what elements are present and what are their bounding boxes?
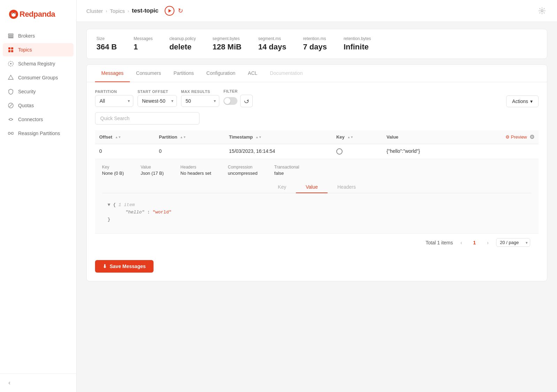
breadcrumb: Cluster › Topics › test-topic ↻ bbox=[86, 6, 183, 16]
cell-partition: 0 bbox=[155, 144, 225, 159]
filter-toggle[interactable] bbox=[223, 97, 237, 105]
logo: Redpanda bbox=[0, 0, 76, 29]
quick-search-wrapper bbox=[95, 112, 539, 125]
sidebar-item-brokers[interactable]: Brokers bbox=[3, 29, 73, 42]
json-comment: 1 item bbox=[118, 202, 135, 207]
stat-size-label: Size bbox=[96, 36, 117, 41]
stat-segment-bytes: segment.bytes 128 MiB bbox=[212, 36, 241, 52]
cell-timestamp: 15/03/2023, 16:14:54 bbox=[225, 144, 332, 159]
max-results-filter: MAX RESULTS 10 50 100 500 bbox=[181, 89, 219, 107]
per-page-wrapper: 10 / page 20 / page 50 / page 100 / page bbox=[496, 238, 530, 247]
meta-transactional-value: false bbox=[274, 171, 299, 176]
prev-page-button[interactable]: ‹ bbox=[456, 238, 466, 248]
refresh-icon[interactable]: ↻ bbox=[178, 7, 183, 15]
meta-key-label: Key bbox=[102, 165, 124, 170]
sidebar: Redpanda Brokers Topics Schema Registry bbox=[0, 0, 77, 392]
cell-key bbox=[332, 144, 382, 159]
column-settings-icon[interactable]: ⚙ bbox=[529, 134, 534, 140]
topics-icon bbox=[8, 47, 14, 53]
col-header-timestamp[interactable]: Timestamp ▲▼ bbox=[225, 130, 332, 144]
preview-gear-icon: ⚙ bbox=[505, 134, 510, 140]
stat-retention-ms: retention.ms 7 days bbox=[303, 36, 327, 52]
start-offset-select[interactable]: Newest-50 Oldest Latest Timestamp bbox=[138, 95, 177, 107]
stat-retms-value: 7 days bbox=[303, 42, 327, 52]
per-page-select[interactable]: 10 / page 20 / page 50 / page 100 / page bbox=[496, 238, 530, 247]
tab-messages[interactable]: Messages bbox=[95, 65, 130, 82]
breadcrumb-cluster[interactable]: Cluster bbox=[86, 8, 103, 14]
svg-point-18 bbox=[9, 119, 10, 120]
col-header-preview: ⚙ Preview ⚙ bbox=[465, 130, 539, 144]
value-tab-headers[interactable]: Headers bbox=[328, 181, 366, 193]
expanded-content: Key None (0 B) Value Json (17 B) bbox=[95, 159, 539, 233]
quick-search-input[interactable] bbox=[95, 112, 199, 125]
actions-button[interactable]: Actions ▾ bbox=[506, 95, 539, 107]
max-results-select[interactable]: 10 50 100 500 bbox=[181, 95, 219, 107]
stat-segms-value: 14 days bbox=[258, 42, 287, 52]
preview-link[interactable]: ⚙ Preview bbox=[505, 134, 527, 140]
sidebar-item-topics[interactable]: Topics bbox=[3, 43, 73, 56]
sidebar-item-schema-registry[interactable]: Schema Registry bbox=[3, 57, 73, 70]
breadcrumb-sep2: › bbox=[127, 8, 129, 14]
tab-partitions[interactable]: Partitions bbox=[167, 65, 200, 82]
partition-select-wrapper: All 0 1 2 bbox=[95, 95, 133, 107]
sidebar-item-quotas[interactable]: Quotas bbox=[3, 99, 73, 112]
brokers-icon bbox=[8, 33, 14, 39]
collapse-button[interactable]: ‹ bbox=[0, 373, 76, 392]
col-header-offset[interactable]: Offset ▲▼ bbox=[95, 130, 155, 144]
sidebar-item-security[interactable]: Security bbox=[3, 85, 73, 98]
breadcrumb-topics[interactable]: Topics bbox=[110, 8, 125, 14]
stats-card: Size 364 B Messages 1 cleanup.policy del… bbox=[86, 29, 547, 59]
sidebar-item-label: Connectors bbox=[18, 117, 43, 122]
stat-segbytes-label: segment.bytes bbox=[212, 36, 241, 41]
refresh-button[interactable] bbox=[240, 95, 253, 107]
tab-consumers[interactable]: Consumers bbox=[130, 65, 167, 82]
meta-key: Key None (0 B) bbox=[102, 165, 124, 176]
svg-marker-23 bbox=[168, 9, 171, 13]
play-button[interactable] bbox=[165, 6, 174, 16]
start-offset-filter: START OFFSET Newest-50 Oldest Latest Tim… bbox=[138, 89, 177, 107]
save-messages-button[interactable]: ⬇ Save Messages bbox=[95, 260, 154, 273]
next-page-button[interactable]: › bbox=[483, 238, 493, 248]
sidebar-item-reassign-partitions[interactable]: Reassign Partitions bbox=[3, 127, 73, 140]
topbar-right bbox=[537, 6, 547, 16]
stat-messages-value: 1 bbox=[134, 42, 153, 52]
actions-chevron-icon: ▾ bbox=[530, 99, 533, 104]
sidebar-item-label: Security bbox=[18, 89, 36, 94]
sidebar-item-label: Reassign Partitions bbox=[18, 131, 60, 136]
json-triangle: ▼ bbox=[108, 202, 110, 207]
col-header-partition[interactable]: Partition ▲▼ bbox=[155, 130, 225, 144]
max-results-select-wrapper: 10 50 100 500 bbox=[181, 95, 219, 107]
svg-marker-15 bbox=[8, 75, 13, 79]
stat-retbytes-value: Infinite bbox=[344, 42, 371, 52]
value-tab-key[interactable]: Key bbox=[268, 181, 296, 193]
tabs-bar: Messages Consumers Partitions Configurat… bbox=[87, 65, 547, 82]
stat-cleanup-label: cleanup.policy bbox=[169, 36, 196, 41]
meta-value-value: Json (17 B) bbox=[141, 171, 164, 176]
sidebar-item-label: Quotas bbox=[18, 103, 34, 108]
meta-headers-label: Headers bbox=[180, 165, 211, 170]
quotas-icon bbox=[8, 102, 14, 109]
save-download-icon: ⬇ bbox=[103, 264, 107, 269]
redpanda-logo-icon bbox=[8, 9, 19, 19]
tab-configuration[interactable]: Configuration bbox=[200, 65, 242, 82]
filter-toggle-group: FILTER bbox=[223, 89, 253, 107]
sidebar-item-consumer-groups[interactable]: Consumer Groups bbox=[3, 71, 73, 84]
table-row: 0 0 15/03/2023, 16:14:54 {"hello":"world… bbox=[95, 144, 539, 159]
meta-transactional-label: Transactional bbox=[274, 165, 299, 170]
meta-value: Value Json (17 B) bbox=[141, 165, 164, 176]
topbar: Cluster › Topics › test-topic ↻ bbox=[77, 0, 557, 22]
col-header-value: Value bbox=[382, 130, 465, 144]
meta-transactional: Transactional false bbox=[274, 165, 299, 176]
json-line-brace-open: ▼ { 1 item bbox=[108, 202, 526, 209]
sidebar-item-connectors[interactable]: Connectors bbox=[3, 113, 73, 126]
settings-icon[interactable] bbox=[537, 6, 547, 16]
breadcrumb-actions: ↻ bbox=[165, 6, 183, 16]
svg-rect-6 bbox=[8, 34, 13, 35]
col-header-key[interactable]: Key ▲▼ bbox=[332, 130, 382, 144]
partition-select[interactable]: All 0 1 2 bbox=[95, 95, 133, 107]
tab-acl[interactable]: ACL bbox=[242, 65, 264, 82]
current-page[interactable]: 1 bbox=[470, 238, 479, 248]
value-tab-value[interactable]: Value bbox=[296, 181, 328, 193]
stat-segment-ms: segment.ms 14 days bbox=[258, 36, 287, 52]
main-content: Cluster › Topics › test-topic ↻ Size 364… bbox=[77, 0, 557, 392]
